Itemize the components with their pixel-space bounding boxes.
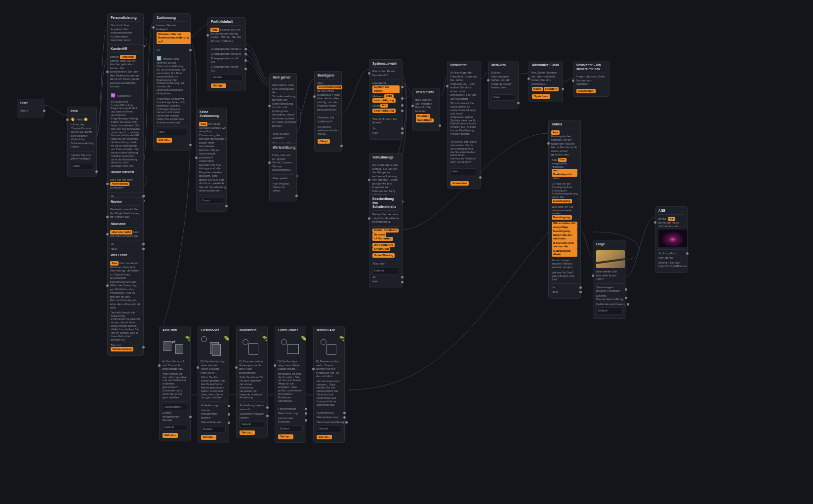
image-preview (658, 230, 687, 247)
node-hw-b[interactable]: Gesamt-Set B) Die Verbindung zwischen de… (198, 326, 229, 443)
default-input[interactable]: Default (240, 421, 264, 428)
setup-button[interactable]: Set up... (317, 435, 332, 440)
node-meta[interactable]: Meta-Info Solche Informationen helfen un… (488, 61, 519, 109)
hw-illustration-icon (201, 336, 229, 358)
port-out[interactable] (95, 170, 98, 173)
prev-input[interactable]: Nein (157, 129, 187, 136)
default-input[interactable]: Default (163, 424, 187, 431)
id-icon: 🆔 (111, 93, 116, 98)
node-start[interactable]: Start Starte (17, 99, 44, 117)
ok-button[interactable]: Okay! (318, 139, 330, 144)
node-hw-a[interactable]: AdB+Wifi ⇄ A) Das Set aus A und B ist ni… (159, 326, 191, 441)
confirm-button[interactable]: Bestätigen (576, 89, 596, 94)
node-nickname[interactable]: Nickname Und wie heißt Und wie kann ich … (107, 220, 144, 255)
flow-canvas[interactable]: Start Starte Intro 👋Hallo 🙂 Ich bin der … (0, 0, 813, 504)
node-newsletter-confirm[interactable]: Newsletter – Ich sichere mir das Freuen … (573, 61, 610, 97)
node-title: Start (20, 101, 41, 107)
text-input[interactable]: Okay! (71, 163, 93, 170)
reason-input[interactable]: Grund (200, 197, 223, 204)
node-zustimmung[interactable]: Zustimmung Lassen Sie uns loslegen! Stim… (153, 13, 191, 151)
default-input[interactable]: Default (596, 308, 623, 314)
port-in[interactable] (66, 118, 69, 121)
node-hw-c[interactable]: Nulleinzeln C) Das wertvollste Gateway i… (236, 326, 268, 438)
setup-button[interactable]: Set up... (163, 433, 178, 438)
email-input[interactable]: Nein (450, 168, 477, 175)
default-input[interactable]: Default (201, 426, 226, 433)
node-newsletter[interactable]: Newsletter Ab hier folgendet Fortschritt… (447, 61, 481, 189)
node-wertschaetzung[interactable]: Wertschätzung Okay, das war ein großer S… (269, 143, 297, 201)
node-kulanz[interactable]: Kulanz Aus Kulanzgründen schalten wir di… (548, 120, 581, 299)
text-input[interactable]: Geht (491, 94, 515, 101)
hw-illustration-icon: ⇄ (163, 336, 190, 358)
port-out[interactable] (43, 110, 45, 112)
node-keine-zustimmung[interactable]: Keine Zustimmung Aus formalen Gründen kö… (196, 108, 227, 212)
node-schadeninhalt[interactable]: Beschreibung des Schadeninhalts Geben Si… (369, 194, 403, 288)
default-input[interactable]: Default (278, 426, 303, 432)
node-agb[interactable]: AGB Danke, XY. Damit Sie heute noch etwa… (655, 206, 688, 273)
field[interactable]: Aufteilerrung (163, 404, 187, 411)
setup-button[interactable]: Set up... (278, 434, 293, 439)
emph-chip: Aha (110, 261, 119, 266)
node-systemauswahl[interactable]: Systemauswahl Was ist mit Ihrem System l… (369, 59, 403, 140)
default-input[interactable]: Default (317, 426, 341, 432)
default-input[interactable]: Default (211, 74, 243, 81)
setup-button[interactable]: Set up... (211, 83, 226, 88)
node-intro[interactable]: Intro 👋Hallo 🙂 Ich bin der Claude-Bot un… (67, 107, 97, 177)
wave-icon: 👋 (70, 117, 75, 121)
setup-button[interactable]: Set up... (240, 430, 255, 435)
node-was-fehlte[interactable]: Was Fehlte Aha Gut, es sei mir bewusst, … (107, 251, 144, 356)
image-preview (596, 250, 625, 268)
node-title: Intro (71, 109, 93, 115)
node-hw-e[interactable]: Manuell Alle E) Passiert nichts mehr. So… (313, 326, 345, 443)
node-hw-d[interactable]: Einzel Zähler D) Die Anzeige zeigt zwar … (275, 326, 306, 443)
hw-illustration-icon (240, 336, 267, 358)
default-input[interactable]: Default (372, 268, 399, 274)
subscribe-button[interactable]: Anmelden (450, 181, 469, 186)
setup-button[interactable]: Set up... (201, 435, 216, 440)
node-portfolio[interactable]: Portfolioinhalt Gut. Lassen Sie uns die … (207, 17, 246, 91)
info-icon: ℹ️ (157, 56, 162, 61)
node-bedraegerei[interactable]: Bedrägerei Also, Entschuldigung für die … (314, 71, 342, 152)
hint-chip: Und wie heißt (110, 230, 132, 234)
node-verkauf-info[interactable]: Verkauf Info Bitte wählen Sie, welches P… (412, 88, 440, 131)
hw-illustration-icon (278, 336, 306, 358)
setup-button[interactable]: Set up... (157, 138, 172, 143)
node-frage[interactable]: Frage Bitte wählen Sie. Was fehlt Ihnen … (593, 240, 626, 319)
node-alt-mail[interactable]: Alternative E-Mail Ihre Zahlen kennen wi… (528, 61, 563, 102)
hw-illustration-icon (317, 336, 344, 358)
save-button[interactable]: Speichern (532, 94, 550, 99)
name-chip: {{Name}} (120, 55, 136, 59)
